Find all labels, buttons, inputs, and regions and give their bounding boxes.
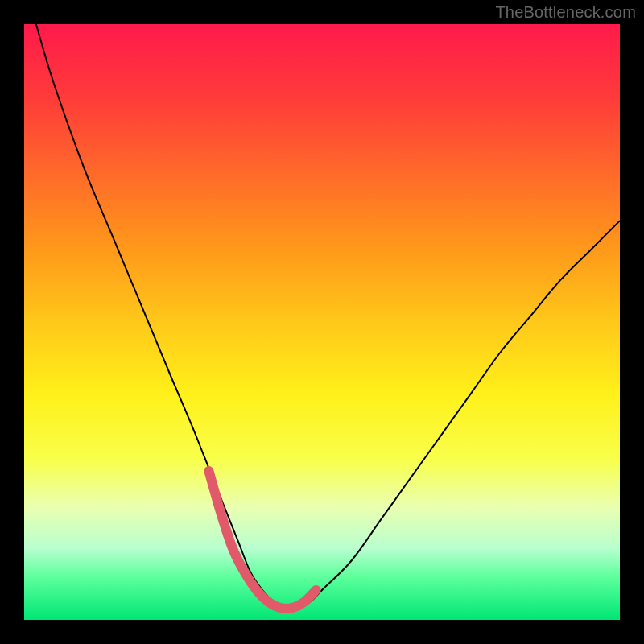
series-highlight: [208, 471, 316, 609]
chart-stage: TheBottleneck.com: [0, 0, 644, 644]
plot-svg: [24, 24, 620, 620]
plot-area: [24, 24, 620, 620]
watermark-text: TheBottleneck.com: [495, 3, 636, 22]
series-curve: [36, 24, 620, 609]
